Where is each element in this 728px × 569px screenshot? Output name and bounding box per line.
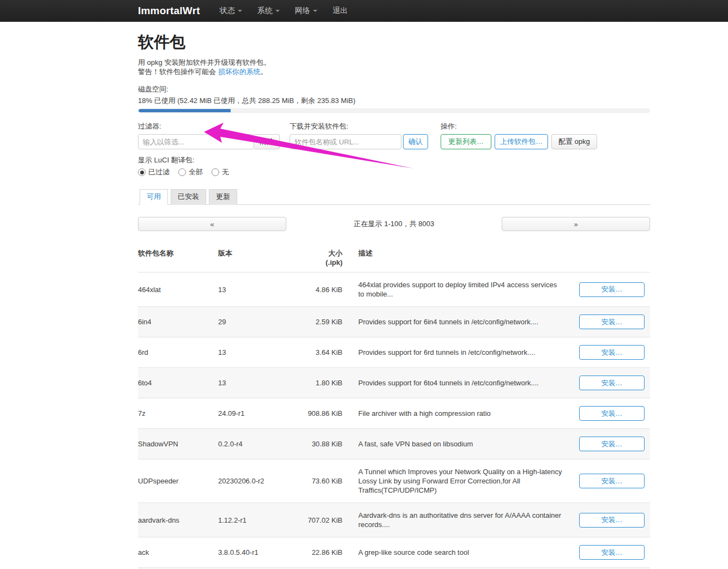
- nav-item-system[interactable]: 系统: [257, 6, 280, 16]
- radio-none-label: 无: [222, 167, 229, 177]
- install-button[interactable]: 安装…: [579, 314, 645, 329]
- download-column: 下载并安装软件包: 确认: [290, 122, 441, 149]
- table-row: 6rd 13 3.64 KiB Provides support for 6rd…: [138, 337, 650, 368]
- package-description-cell: Provides support for 6in4 tunnels in /et…: [344, 307, 568, 337]
- package-table-body: 464xlat 13 4.86 KiB 464xlat provides sup…: [138, 273, 650, 569]
- chevron-down-icon: [238, 10, 242, 12]
- package-name-cell: 6rd: [138, 337, 218, 368]
- nav-item-status[interactable]: 状态: [220, 6, 242, 16]
- tab-updates[interactable]: 更新: [209, 189, 237, 205]
- nav-item-network[interactable]: 网络: [295, 6, 317, 16]
- package-version-cell: 1.12.2-r1: [218, 503, 267, 537]
- package-name-cell: ShadowVPN: [138, 429, 218, 459]
- package-name-cell: 464xlat: [138, 273, 218, 307]
- brand-logo[interactable]: ImmortalWrt: [138, 5, 200, 17]
- package-version-cell: 0.2.0-r4: [218, 429, 267, 459]
- package-version-cell: 24.09-r1: [218, 398, 267, 429]
- radio-option-none[interactable]: 无: [212, 167, 229, 177]
- radio-filtered-label: 已过滤: [148, 167, 170, 177]
- table-row: UDPspeeder 20230206.0-r2 73.60 KiB A Tun…: [138, 459, 650, 503]
- header-size-line2: (.ipk): [326, 258, 342, 267]
- nav-item-system-label: 系统: [257, 6, 273, 16]
- page-subtitle: 用 opkg 安装附加软件并升级现有软件包。: [138, 58, 650, 67]
- upload-package-button[interactable]: 上传软件包…: [495, 134, 548, 149]
- package-url-input[interactable]: [290, 134, 401, 149]
- clear-filter-button[interactable]: 清除: [254, 134, 280, 149]
- next-page-button[interactable]: »: [502, 217, 650, 231]
- table-header-row: 软件包名称 版本 大小 (.ipk) 描述: [138, 243, 650, 273]
- package-version-cell: 13: [218, 368, 267, 398]
- prev-page-button[interactable]: «: [138, 217, 286, 231]
- package-description-cell: A fast, safe VPN based on libsodium: [344, 429, 568, 459]
- package-description-cell: 464xlat provides support to deploy limit…: [344, 273, 568, 307]
- controls-row: 过滤器: 清除 下载并安装软件包: 确认 操作: 更新列表… 上传软件包… 配置…: [138, 122, 650, 149]
- package-size-cell: 3.64 KiB: [267, 337, 344, 368]
- package-size-cell: 22.86 KiB: [267, 537, 344, 568]
- nav-item-status-label: 状态: [220, 6, 235, 16]
- package-size-cell: 908.86 KiB: [267, 398, 344, 429]
- update-lists-button[interactable]: 更新列表…: [441, 134, 491, 149]
- tab-available[interactable]: 可用: [140, 189, 168, 205]
- nav-item-network-label: 网络: [295, 6, 310, 16]
- translation-filter-label: 显示 LuCI 翻译包:: [138, 155, 650, 165]
- configure-opkg-button[interactable]: 配置 opkg: [551, 134, 597, 149]
- install-button[interactable]: 安装…: [579, 376, 645, 390]
- package-name-cell: 6to4: [138, 368, 218, 398]
- package-description-cell: Aardvark-dns is an authoritative dns ser…: [344, 503, 568, 537]
- disk-space-label: 磁盘空间:: [138, 84, 650, 94]
- header-size-line1: 大小: [328, 249, 342, 257]
- package-size-cell: 30.88 KiB: [267, 429, 344, 459]
- tab-installed[interactable]: 已安装: [171, 189, 206, 205]
- header-version: 版本: [218, 243, 267, 273]
- package-size-cell: 73.60 KiB: [267, 459, 344, 503]
- filter-input[interactable]: [138, 134, 254, 149]
- install-button[interactable]: 安装…: [579, 345, 645, 360]
- nav-item-logout-label: 退出: [333, 6, 348, 16]
- main-content: 软件包 用 opkg 安装附加软件并升级现有软件包。 警告！软件包操作可能会 损…: [138, 32, 650, 569]
- radio-option-all[interactable]: 全部: [178, 167, 203, 177]
- warning-suffix: 。: [261, 68, 268, 76]
- install-button[interactable]: 安装…: [579, 513, 645, 528]
- filter-label: 过滤器:: [138, 122, 290, 131]
- chevron-down-icon: [313, 10, 317, 12]
- package-size-cell: 2.59 KiB: [267, 307, 344, 337]
- page-warning: 警告！软件包操作可能会 损坏你的系统。: [138, 67, 650, 76]
- package-name-cell: 7z: [138, 398, 218, 429]
- install-button[interactable]: 安装…: [579, 437, 645, 451]
- disk-progress-bar: [138, 108, 650, 113]
- table-row: aardvark-dns 1.12.2-r1 707.02 KiB Aardva…: [138, 503, 650, 537]
- table-row: ShadowVPN 0.2.0-r4 30.88 KiB A fast, saf…: [138, 429, 650, 459]
- radio-unchecked-icon: [178, 168, 186, 176]
- package-name-cell: aardvark-dns: [138, 503, 218, 537]
- table-row: 6to4 13 1.80 KiB Provides support for 6t…: [138, 368, 650, 398]
- pagination-bar: « 正在显示 1-100，共 8003 »: [138, 217, 650, 231]
- package-description-cell: Provides support for 6to4 tunnels in /et…: [344, 368, 568, 398]
- radio-unchecked-icon: [212, 168, 219, 176]
- install-button[interactable]: 安装…: [579, 545, 645, 560]
- navbar-inner: ImmortalWrt 状态 系统 网络 退出: [138, 5, 363, 17]
- install-button[interactable]: 安装…: [579, 406, 645, 421]
- package-name-cell: UDPspeeder: [138, 459, 218, 503]
- header-size: 大小 (.ipk): [267, 243, 344, 273]
- package-description-cell: File archiver with a high compression ra…: [344, 398, 568, 429]
- table-row: 464xlat 13 4.86 KiB 464xlat provides sup…: [138, 273, 650, 307]
- confirm-download-button[interactable]: 确认: [403, 134, 428, 149]
- disk-usage-text: 18% 已使用 (52.42 MiB 已使用，总共 288.25 MiB，剩余 …: [138, 96, 650, 106]
- warning-text: 警告！软件包操作可能会: [138, 68, 218, 76]
- damage-system-link[interactable]: 损坏你的系统: [218, 68, 261, 76]
- disk-space-section: 磁盘空间: 18% 已使用 (52.42 MiB 已使用，总共 288.25 M…: [138, 84, 650, 113]
- disk-progress-fill: [139, 109, 231, 112]
- nav-item-logout[interactable]: 退出: [333, 6, 348, 16]
- radio-checked-icon: [138, 168, 146, 176]
- install-button[interactable]: 安装…: [579, 282, 645, 297]
- package-version-cell: 13: [218, 273, 267, 307]
- chevron-down-icon: [275, 10, 280, 12]
- package-version-cell: 3.8.0.5.40-r1: [218, 537, 267, 568]
- download-label: 下载并安装软件包:: [290, 122, 441, 131]
- package-size-cell: 1.80 KiB: [267, 368, 344, 398]
- install-button[interactable]: 安装…: [579, 474, 645, 488]
- actions-column: 操作: 更新列表… 上传软件包… 配置 opkg: [441, 122, 650, 149]
- radio-option-filtered[interactable]: 已过滤: [138, 167, 170, 177]
- page-title: 软件包: [138, 32, 650, 53]
- package-description-cell: A grep-like source code search tool: [344, 537, 568, 568]
